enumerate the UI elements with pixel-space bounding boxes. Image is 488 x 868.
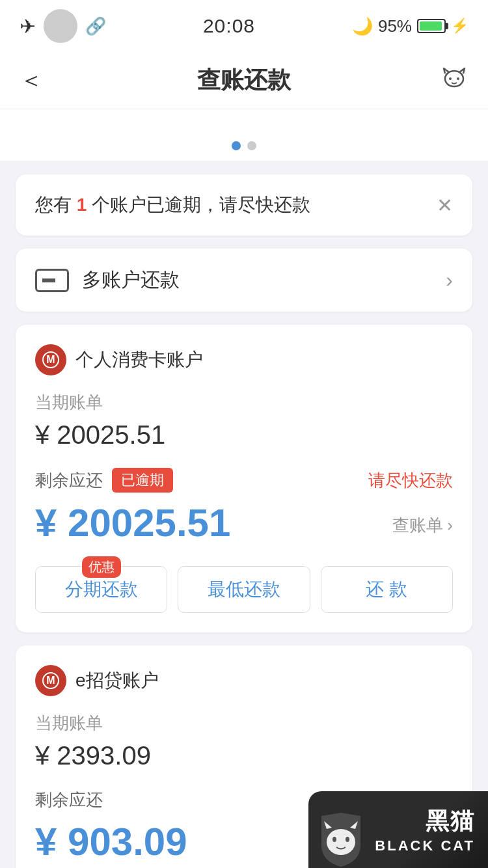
svg-point-1	[449, 77, 452, 80]
remaining-amount-row-1: ¥ 20025.51 查账单 ›	[35, 500, 453, 550]
battery-fill	[420, 21, 442, 31]
dot-1	[232, 141, 241, 150]
svg-text:M: M	[46, 354, 55, 365]
dot-2	[247, 141, 256, 150]
svg-point-2	[457, 77, 459, 80]
brand-logo-1: M	[35, 344, 66, 375]
bill-detail-text-1: 查账单	[392, 514, 443, 537]
brand-logo-2: M	[35, 665, 66, 696]
repay-button[interactable]: 还 款	[321, 566, 453, 613]
blackcat-text-cn: 黑猫	[426, 806, 475, 837]
remaining-label-2: 剩余应还	[35, 789, 103, 811]
min-repay-label: 最低还款	[208, 577, 280, 602]
blackcat-watermark[interactable]: 黑猫 BLACK CAT	[308, 791, 488, 868]
blackcat-content: 黑猫 BLACK CAT	[375, 806, 475, 854]
overdue-badge-1: 已逾期	[112, 468, 173, 493]
discount-badge: 优惠	[82, 556, 121, 578]
avatar	[44, 9, 77, 43]
remaining-label-1: 剩余应还	[35, 469, 103, 492]
chevron-right-icon-2: ›	[447, 515, 453, 536]
remaining-left-1: 剩余应还 已逾期	[35, 468, 173, 493]
min-repay-button[interactable]: 最低还款	[178, 566, 310, 613]
account-header-2: M e招贷账户	[35, 665, 453, 696]
status-bar-left: ✈ 🔗	[20, 9, 106, 43]
account-header-1: M 个人消费卡账户	[35, 344, 453, 375]
battery-percent: 95%	[378, 16, 412, 36]
card-icon	[35, 269, 69, 292]
current-time: 20:08	[203, 15, 255, 37]
alert-highlight: 1	[77, 195, 87, 215]
carousel-dots	[232, 141, 256, 150]
multi-repay-label: 多账户还款	[82, 267, 180, 293]
status-bar-right: 🌙 95% ⚡	[352, 16, 468, 36]
remaining-amount-1: ¥ 20025.51	[35, 500, 230, 545]
status-bar: ✈ 🔗 20:08 🌙 95% ⚡	[0, 0, 488, 52]
bill-amount-1: ¥ 20025.51	[35, 420, 453, 450]
bill-label-1: 当期账单	[35, 391, 453, 414]
alert-text-part2: 个账户已逾期，请尽快还款	[92, 195, 310, 215]
cat-shield-icon	[315, 809, 367, 868]
account-name-2: e招贷账户	[75, 668, 159, 693]
carousel-area	[0, 109, 488, 161]
action-buttons-1: 优惠 分期还款 最低还款 还 款	[35, 566, 453, 613]
account-card-1: M 个人消费卡账户 当期账单 ¥ 20025.51 剩余应还 已逾期 请尽快还款…	[16, 325, 472, 632]
blackcat-text-en: BLACK CAT	[375, 837, 475, 854]
svg-point-8	[332, 837, 336, 842]
remaining-row-1: 剩余应还 已逾期 请尽快还款	[35, 468, 453, 493]
bill-label-2: 当期账单	[35, 712, 453, 735]
back-button[interactable]: ＜	[20, 64, 59, 96]
installment-button[interactable]: 优惠 分期还款	[35, 566, 167, 613]
page-title: 查账还款	[197, 64, 291, 96]
bill-detail-link-1[interactable]: 查账单 ›	[392, 514, 453, 537]
alert-text: 您有 1 个账户已逾期，请尽快还款	[35, 193, 310, 217]
chevron-right-icon: ›	[446, 268, 453, 292]
remind-text-1: 请尽快还款	[368, 469, 453, 492]
battery-icon	[417, 19, 446, 33]
repay-label: 还 款	[366, 577, 407, 602]
link-icon: 🔗	[85, 16, 106, 36]
remaining-left-2: 剩余应还	[35, 789, 103, 811]
svg-text:M: M	[46, 675, 55, 686]
alert-banner: 您有 1 个账户已逾期，请尽快还款 ✕	[16, 174, 472, 236]
installment-label: 分期还款	[65, 577, 138, 602]
cat-icon[interactable]	[429, 63, 468, 98]
account-name-1: 个人消费卡账户	[75, 347, 203, 372]
close-icon[interactable]: ✕	[437, 194, 453, 217]
svg-point-9	[346, 837, 349, 842]
bolt-icon: ⚡	[451, 18, 468, 34]
airplane-icon: ✈	[20, 15, 36, 38]
alert-text-part1: 您有	[35, 195, 72, 215]
remaining-amount-2: ¥ 903.09	[35, 819, 187, 864]
moon-icon: 🌙	[352, 16, 373, 36]
multi-repay-left: 多账户还款	[35, 267, 180, 293]
nav-bar: ＜ 查账还款	[0, 52, 488, 109]
multi-repay-button[interactable]: 多账户还款 ›	[16, 249, 472, 312]
bill-amount-2: ¥ 2393.09	[35, 741, 453, 770]
svg-point-7	[327, 829, 355, 855]
